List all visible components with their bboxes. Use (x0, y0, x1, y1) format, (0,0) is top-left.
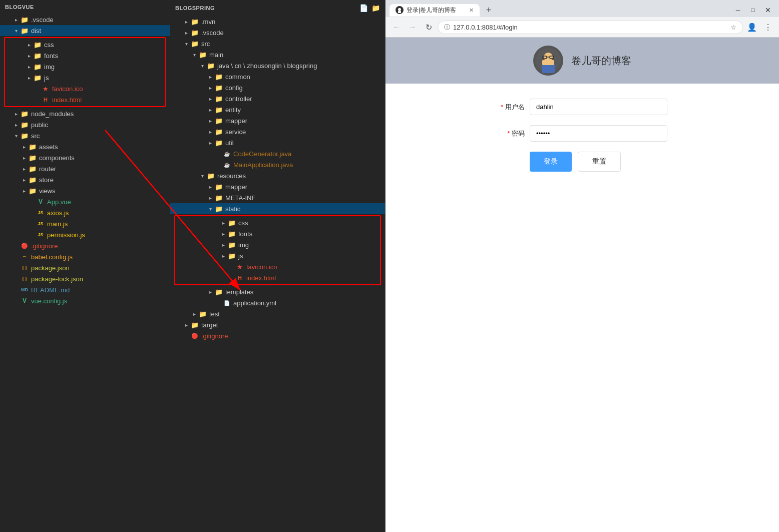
left-readme[interactable]: MD README.md (0, 284, 170, 295)
mid-app-yml[interactable]: 📄 application.yml (170, 297, 385, 308)
left-main-js[interactable]: JS main.js (0, 218, 170, 229)
left-node-modules[interactable]: 📁 node_modules (0, 108, 170, 119)
mid-common[interactable]: 📁 common (170, 71, 385, 82)
mid-mvn[interactable]: 📁 .mvn (170, 16, 385, 27)
left-dist[interactable]: 📁 dist (0, 25, 170, 36)
mid-res-mapper[interactable]: 📁 mapper (170, 181, 385, 192)
mid-templates[interactable]: 📁 templates (170, 286, 385, 297)
mid-static-index-label: index.html (246, 274, 380, 282)
forward-button[interactable]: → (406, 20, 420, 34)
left-gitignore[interactable]: 🔴 .gitignore (0, 240, 170, 251)
mid-meta-inf[interactable]: 📁 META-INF (170, 192, 385, 203)
left-dist-img[interactable]: 📁 img (5, 61, 165, 72)
mid-static[interactable]: 📁 static (170, 203, 385, 214)
vscode-arrow (12, 17, 20, 23)
new-file-icon[interactable]: 📄 (359, 4, 368, 12)
mid-util[interactable]: 📁 util (170, 137, 385, 148)
tab-close-button[interactable]: ✕ (469, 7, 474, 14)
mid-main-label: main (209, 51, 385, 59)
left-package-lock[interactable]: { } package-lock.json (0, 273, 170, 284)
maximize-button[interactable]: □ (746, 3, 760, 17)
mid-resources[interactable]: 📁 resources (170, 170, 385, 181)
left-views[interactable]: 📁 views (0, 185, 170, 196)
assets-label: assets (39, 143, 170, 151)
new-tab-button[interactable]: + (482, 3, 496, 17)
dist-fonts-icon: 📁 (33, 51, 42, 60)
minimize-button[interactable]: ─ (731, 3, 745, 17)
mid-static-img[interactable]: 📁 img (175, 239, 380, 250)
username-input[interactable] (530, 99, 667, 115)
mid-config[interactable]: 📁 config (170, 82, 385, 93)
codegenerator-icon: ☕ (222, 149, 231, 158)
mid-main-arrow (190, 52, 198, 58)
browser-tab[interactable]: 登录|卷儿哥的博客 ✕ (390, 4, 480, 17)
browser-menu-icon[interactable]: ⋮ (761, 20, 775, 34)
mid-meta-inf-label: META-INF (225, 194, 385, 202)
browser-title-bar: 登录|卷儿哥的博客 ✕ + ─ □ ✕ (385, 0, 779, 17)
mid-test[interactable]: 📁 test (170, 308, 385, 319)
left-app-vue[interactable]: V App.vue (0, 196, 170, 207)
close-button[interactable]: ✕ (761, 3, 775, 17)
username-row: 用户名 (497, 99, 667, 115)
mid-mapper[interactable]: 📁 mapper (170, 115, 385, 126)
mid-vscode[interactable]: 📁 .vscode (170, 27, 385, 38)
left-assets[interactable]: 📁 assets (0, 141, 170, 152)
left-dist-favicon[interactable]: ★ favicon.ico (5, 83, 165, 94)
mid-entity[interactable]: 📁 entity (170, 104, 385, 115)
mid-target-icon: 📁 (190, 320, 199, 329)
mainapplication-label: MainApplication.java (233, 161, 385, 169)
vscode-folder-icon: 📁 (20, 15, 29, 24)
back-button[interactable]: ← (390, 20, 404, 34)
middle-panel-icons: 📄 📁 (359, 4, 380, 12)
mid-codegenerator[interactable]: ☕ CodeGenerator.java (170, 148, 385, 159)
mid-static-favicon[interactable]: ★ favicon.ico (175, 261, 380, 272)
password-input[interactable] (530, 125, 667, 142)
left-vscode[interactable]: 📁 .vscode (0, 14, 170, 25)
bookmark-icon[interactable]: ☆ (730, 24, 736, 31)
left-src[interactable]: 📁 src (0, 130, 170, 141)
mid-app-yml-label: application.yml (233, 299, 385, 307)
mid-static-js[interactable]: 📁 js (175, 250, 380, 261)
mid-static-css[interactable]: 📁 css (175, 217, 380, 228)
mid-static-index[interactable]: H index.html (175, 272, 380, 283)
refresh-button[interactable]: ↻ (422, 20, 436, 34)
reset-button[interactable]: 重置 (578, 152, 621, 172)
left-dist-fonts[interactable]: 📁 fonts (5, 50, 165, 61)
mid-mainapplication[interactable]: ☕ MainApplication.java (170, 159, 385, 170)
mid-common-arrow (206, 74, 214, 80)
mid-target[interactable]: 📁 target (170, 319, 385, 330)
address-bar[interactable]: ⓘ 127.0.0.1:8081/#/login ☆ (438, 21, 743, 34)
left-public[interactable]: 📁 public (0, 119, 170, 130)
mid-static-js-icon: 📁 (227, 251, 236, 260)
left-permission-js[interactable]: JS permission.js (0, 229, 170, 240)
views-icon: 📁 (28, 186, 37, 195)
mid-src[interactable]: 📁 src (170, 38, 385, 49)
mid-gitignore[interactable]: 🔴 .gitignore (170, 330, 385, 341)
readme-label: README.md (31, 286, 170, 294)
mid-templates-label: templates (225, 288, 385, 296)
mid-java-path[interactable]: 📁 java \ cn \ zhousonglin \ blogspring (170, 60, 385, 71)
left-dist-index[interactable]: H index.html (5, 94, 165, 105)
codegenerator-label: CodeGenerator.java (233, 150, 385, 158)
mid-controller[interactable]: 📁 controller (170, 93, 385, 104)
left-router[interactable]: 📁 router (0, 163, 170, 174)
public-arrow (12, 122, 20, 128)
mid-service[interactable]: 📁 service (170, 126, 385, 137)
left-package-json[interactable]: { } package.json (0, 262, 170, 273)
mid-static-fonts-label: fonts (238, 230, 380, 238)
mid-main[interactable]: 📁 main (170, 49, 385, 60)
left-dist-js[interactable]: 📁 js (5, 72, 165, 83)
login-button[interactable]: 登录 (530, 152, 572, 172)
left-vue-config[interactable]: V vue.config.js (0, 295, 170, 306)
form-buttons: 登录 重置 (530, 152, 667, 172)
user-account-icon[interactable]: 👤 (745, 20, 759, 34)
left-dist-css[interactable]: 📁 css (5, 39, 165, 50)
left-store[interactable]: 📁 store (0, 174, 170, 185)
mid-static-fonts[interactable]: 📁 fonts (175, 228, 380, 239)
left-components[interactable]: 📁 components (0, 152, 170, 163)
left-axios[interactable]: JS axios.js (0, 207, 170, 218)
dist-img-arrow (25, 64, 33, 70)
left-babel[interactable]: ··· babel.config.js (0, 251, 170, 262)
new-folder-icon[interactable]: 📁 (371, 4, 380, 12)
views-arrow (20, 188, 28, 194)
